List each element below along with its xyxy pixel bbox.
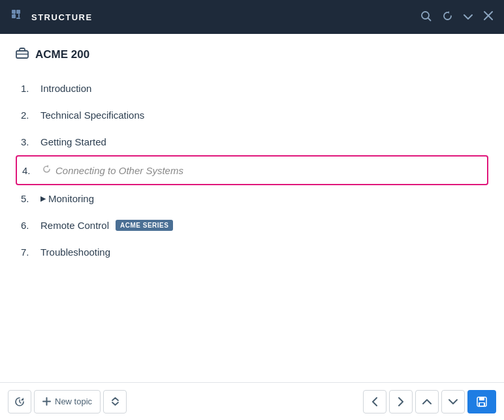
topic-item-7[interactable]: 7. Troubleshooting <box>16 239 488 265</box>
nav-down-button[interactable] <box>441 390 465 413</box>
svg-rect-5 <box>18 14 20 18</box>
topic-label-7: Troubleshooting <box>40 247 110 258</box>
svg-line-7 <box>428 18 431 20</box>
save-button[interactable] <box>467 390 496 413</box>
topic-item-5[interactable]: 5. ▶ Monitoring <box>16 185 488 212</box>
nav-right-button[interactable] <box>389 390 413 413</box>
header: STRUCTURE <box>0 0 504 34</box>
topic-item-3[interactable]: 3. Getting Started <box>16 128 488 155</box>
acme-series-badge: ACME SERIES <box>116 220 173 231</box>
topic-num-5: 5. <box>21 193 40 204</box>
topic-list: 1. Introduction 2. Technical Specificati… <box>16 75 488 265</box>
svg-marker-13 <box>21 398 24 400</box>
topic-item-1[interactable]: 1. Introduction <box>16 75 488 102</box>
sync-icon <box>42 164 52 176</box>
svg-rect-1 <box>16 10 20 14</box>
footer-toolbar: New topic <box>0 382 504 420</box>
svg-rect-4 <box>14 14 15 18</box>
footer-right <box>363 390 496 413</box>
topic-label-4: Connecting to Other Systems <box>55 165 183 176</box>
expand-button[interactable] <box>103 390 127 413</box>
play-icon: ▶ <box>40 194 46 203</box>
topic-num-6: 6. <box>21 220 40 231</box>
topic-num-1: 1. <box>21 83 40 94</box>
topic-label-6: Remote Control <box>40 220 109 231</box>
structure-logo-icon <box>10 8 25 25</box>
topic-label-3: Getting Started <box>40 136 106 147</box>
topic-num-3: 3. <box>21 136 40 147</box>
new-topic-button[interactable]: New topic <box>34 390 101 413</box>
search-icon[interactable] <box>420 10 432 24</box>
header-icons <box>420 10 494 24</box>
project-heading: ACME 200 <box>16 47 488 62</box>
topic-num-4: 4. <box>22 165 42 176</box>
new-topic-label: New topic <box>55 397 92 406</box>
briefcase-icon <box>16 47 29 62</box>
footer-left: New topic <box>8 390 127 413</box>
svg-rect-0 <box>12 10 16 14</box>
svg-rect-19 <box>480 403 484 406</box>
topic-label-1: Introduction <box>40 83 91 94</box>
topic-num-2: 2. <box>21 110 40 121</box>
close-icon[interactable] <box>483 10 494 24</box>
header-title: STRUCTURE <box>31 12 93 22</box>
svg-rect-17 <box>479 397 484 400</box>
topic-item-4[interactable]: 4. Connecting to Other Systems <box>16 155 488 185</box>
refresh-icon[interactable] <box>442 10 453 24</box>
header-left: STRUCTURE <box>10 8 93 25</box>
content-area: ACME 200 1. Introduction 2. Technical Sp… <box>0 34 504 382</box>
topic-label-5: Monitoring <box>48 193 94 204</box>
chevron-down-icon[interactable] <box>464 11 473 23</box>
topic-num-7: 7. <box>21 247 40 258</box>
topic-item-6[interactable]: 6. Remote Control ACME SERIES <box>16 212 488 239</box>
svg-rect-3 <box>16 18 20 19</box>
svg-marker-12 <box>47 165 49 168</box>
nav-left-button[interactable] <box>363 390 386 413</box>
topic-label-2: Technical Specifications <box>40 110 144 121</box>
nav-up-button[interactable] <box>415 390 439 413</box>
project-name: ACME 200 <box>35 48 89 61</box>
history-button[interactable] <box>8 390 31 413</box>
topic-item-2[interactable]: 2. Technical Specifications <box>16 102 488 128</box>
